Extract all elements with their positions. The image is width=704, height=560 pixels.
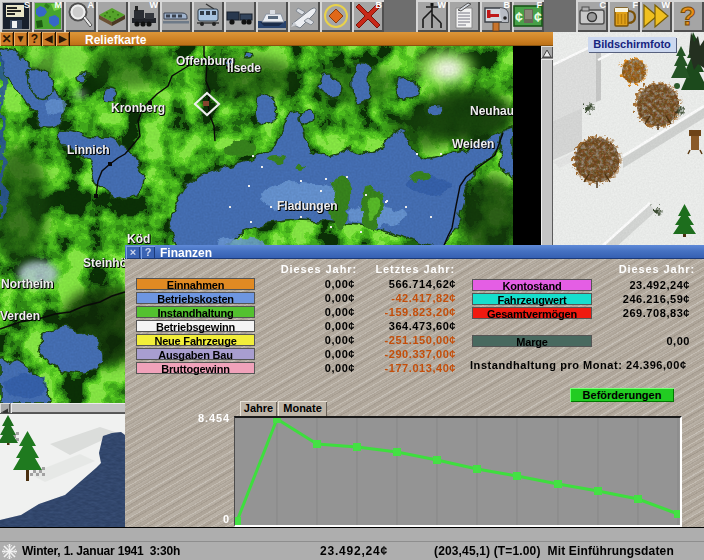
svg-text:¢: ¢ <box>515 9 523 25</box>
svg-text:?: ? <box>680 1 696 31</box>
svg-text:¢: ¢ <box>534 9 542 25</box>
